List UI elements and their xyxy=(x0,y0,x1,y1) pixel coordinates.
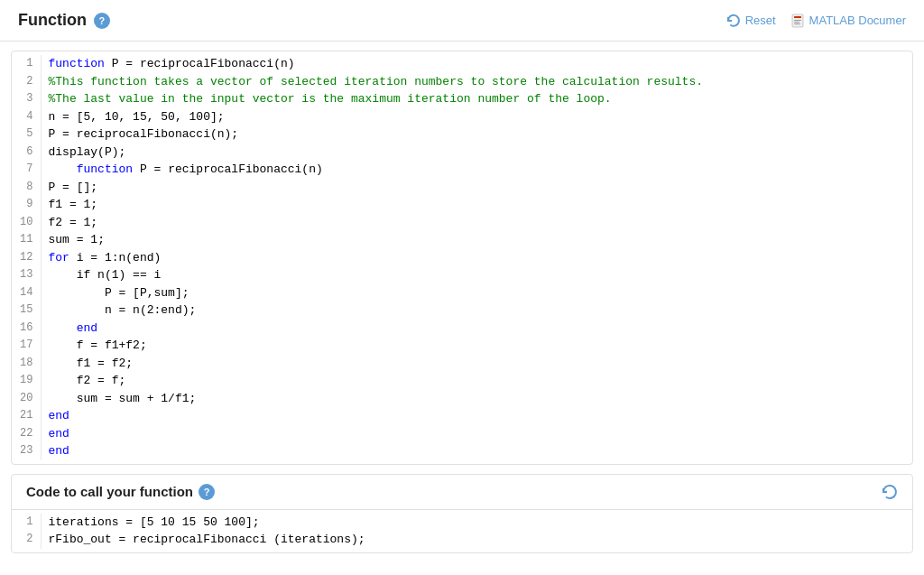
call-section-title-text: Code to call your function xyxy=(26,484,193,499)
table-row: 21end xyxy=(12,407,912,425)
line-number: 15 xyxy=(12,301,41,320)
line-code: iterations = [5 10 15 50 100]; xyxy=(41,514,912,532)
code-token: sum = xyxy=(49,233,91,246)
call-code[interactable]: 1iterations = [5 10 15 50 100];2rFibo_ou… xyxy=(12,510,912,552)
header-left: Function ? xyxy=(18,11,110,30)
line-code: sum = 1; xyxy=(41,231,912,249)
table-row: 16 end xyxy=(12,320,912,338)
table-row: 10f2 = 1; xyxy=(12,214,912,232)
page-title: Function xyxy=(18,11,87,30)
line-number: 7 xyxy=(12,161,41,179)
call-help-icon[interactable]: ? xyxy=(199,484,215,500)
code-token: display(P); xyxy=(49,145,126,159)
table-row: 9f1 = 1; xyxy=(12,196,912,214)
code-token: f2 = f; xyxy=(49,374,126,387)
function-code[interactable]: 1function P = reciprocalFibonacci(n)2%Th… xyxy=(12,51,912,464)
table-row: 3%The last value in the input vector is … xyxy=(12,90,912,108)
line-number: 8 xyxy=(12,179,41,197)
keyword-token: end xyxy=(49,409,69,422)
line-number: 6 xyxy=(12,144,41,162)
function-section: 1function P = reciprocalFibonacci(n)2%Th… xyxy=(11,51,913,465)
line-code: function P = reciprocalFibonacci(n) xyxy=(41,55,912,73)
line-number: 12 xyxy=(12,249,41,267)
line-code: f1 = f2; xyxy=(41,355,912,373)
line-number: 21 xyxy=(12,407,41,425)
call-section: Code to call your function ? 1iterations… xyxy=(11,474,913,553)
line-number: 17 xyxy=(12,337,41,355)
line-number: 14 xyxy=(12,284,41,302)
comment-token: %The last value in the input vector is t… xyxy=(49,92,612,106)
reset-button[interactable]: Reset xyxy=(726,14,776,28)
call-code-table: 1iterations = [5 10 15 50 100];2rFibo_ou… xyxy=(12,514,912,549)
code-token xyxy=(49,162,77,176)
help-icon[interactable]: ? xyxy=(94,13,110,29)
line-code: for i = 1:n(end) xyxy=(41,249,912,267)
code-token: f2 = xyxy=(49,216,84,229)
svg-rect-1 xyxy=(794,16,801,18)
table-row: 14 P = [P,sum]; xyxy=(12,284,912,302)
line-number: 3 xyxy=(12,90,41,108)
line-number: 2 xyxy=(12,73,41,91)
keyword-token: end xyxy=(49,444,69,458)
keyword-token: function xyxy=(77,162,133,176)
line-number: 13 xyxy=(12,266,41,284)
table-row: 12for i = 1:n(end) xyxy=(12,249,912,267)
line-number: 1 xyxy=(12,55,41,73)
matlab-doc-link[interactable]: MATLAB Documer xyxy=(790,14,906,28)
line-number: 11 xyxy=(12,231,41,249)
code-token: f = f1+f2; xyxy=(49,339,147,352)
code-token: f1 = f2; xyxy=(49,357,134,370)
reset-icon xyxy=(726,14,741,28)
keyword-token: function xyxy=(49,57,105,70)
function-code-table: 1function P = reciprocalFibonacci(n)2%Th… xyxy=(12,55,912,460)
table-row: 23end xyxy=(12,442,912,460)
code-token xyxy=(49,321,77,335)
code-token: sum = sum + 1/f1; xyxy=(49,392,197,405)
line-number: 4 xyxy=(12,108,41,126)
table-row: 2rFibo_out = reciprocalFibonacci (iterat… xyxy=(12,531,912,549)
code-token: iterations = [5 10 15 50 100]; xyxy=(49,515,260,529)
keyword-token: for xyxy=(49,251,69,264)
code-token: P = reciprocalFibonacci(n) xyxy=(105,57,295,70)
line-code: n = [5, 10, 15, 50, 100]; xyxy=(41,108,912,126)
table-row: 5P = reciprocalFibonacci(n); xyxy=(12,125,912,144)
line-code: end xyxy=(41,407,912,425)
code-token: rFibo_out = reciprocalFibonacci (iterati… xyxy=(49,533,365,546)
table-row: 18 f1 = f2; xyxy=(12,355,912,373)
line-number: 9 xyxy=(12,196,41,214)
svg-rect-4 xyxy=(794,23,800,24)
comment-token: %This function takes a vector of selecte… xyxy=(49,75,704,88)
code-token: i = 1:n(end) xyxy=(69,251,161,264)
call-section-header: Code to call your function ? xyxy=(12,475,912,510)
line-code: %This function takes a vector of selecte… xyxy=(41,73,912,91)
table-row: 4n = [5, 10, 15, 50, 100]; xyxy=(12,108,912,126)
code-token: f1 = xyxy=(49,198,84,211)
line-code: end xyxy=(41,425,912,443)
page-header: Function ? Reset MATLAB Documer xyxy=(0,0,924,42)
line-code: n = n(2:end); xyxy=(41,301,912,320)
code-token: P = [P,sum]; xyxy=(49,286,189,300)
line-number: 18 xyxy=(12,355,41,373)
table-row: 1iterations = [5 10 15 50 100]; xyxy=(12,514,912,532)
table-row: 20 sum = sum + 1/f1; xyxy=(12,390,912,408)
table-row: 7 function P = reciprocalFibonacci(n) xyxy=(12,161,912,179)
code-token: P = []; xyxy=(49,181,98,194)
table-row: 19 f2 = f; xyxy=(12,372,912,390)
line-number: 1 xyxy=(12,514,41,532)
code-token: P = reciprocalFibonacci(n); xyxy=(49,127,239,141)
line-code: %The last value in the input vector is t… xyxy=(41,90,912,108)
line-code: display(P); xyxy=(41,144,912,162)
table-row: 15 n = n(2:end); xyxy=(12,301,912,320)
matlab-doc-icon xyxy=(790,14,805,28)
reset-label: Reset xyxy=(745,14,776,27)
code-token: ; xyxy=(97,233,105,246)
call-section-title: Code to call your function ? xyxy=(26,484,215,500)
line-code: sum = sum + 1/f1; xyxy=(41,390,912,408)
svg-rect-2 xyxy=(794,20,801,21)
line-number: 2 xyxy=(12,531,41,549)
keyword-token: end xyxy=(77,321,97,335)
line-code: end xyxy=(41,442,912,460)
refresh-icon[interactable] xyxy=(882,484,898,500)
table-row: 11sum = 1; xyxy=(12,231,912,249)
line-code: P = reciprocalFibonacci(n); xyxy=(41,125,912,144)
